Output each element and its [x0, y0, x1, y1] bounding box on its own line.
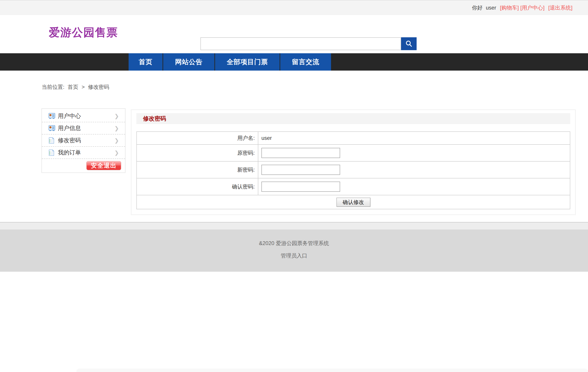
- chevron-right-icon: ❯: [115, 113, 119, 119]
- table-row-new-password: 新密码:: [136, 161, 570, 178]
- search-icon: [405, 40, 413, 48]
- search-input[interactable]: [200, 37, 401, 50]
- breadcrumb: 当前位置: 首页 > 修改密码: [42, 83, 111, 91]
- new-password-input[interactable]: [262, 165, 340, 175]
- user-card-icon: [49, 113, 55, 120]
- sidebar-item-my-orders[interactable]: 我的订单 ❯: [42, 147, 125, 159]
- breadcrumb-separator: >: [82, 84, 85, 90]
- nav-item-messages[interactable]: 留言交流: [280, 53, 331, 71]
- user-card-icon: [49, 125, 55, 132]
- nav-item-home[interactable]: 首页: [129, 53, 163, 71]
- footer: &2020 爱游公园票务管理系统 管理员入口: [0, 230, 588, 272]
- sidebar-item-label: 我的订单: [58, 149, 81, 156]
- chevron-right-icon: ❯: [115, 137, 119, 144]
- bottom-edge-artifact: [76, 369, 588, 372]
- topbar: 你好 user [购物车] [用户中心] [退出系统]: [0, 0, 588, 15]
- new-password-label: 新密码:: [136, 161, 258, 178]
- old-password-label: 原密码:: [136, 144, 258, 161]
- sidebar-logout-row: 安全退出: [42, 159, 125, 172]
- confirm-change-button[interactable]: 确认修改: [336, 198, 370, 207]
- sidebar-item-label: 修改密码: [58, 136, 81, 144]
- table-row-submit: 确认修改: [136, 195, 570, 209]
- panel-title: 修改密码: [143, 115, 166, 122]
- change-password-form: 用户名: user 原密码: 新密码: 确认密码: 确认修改: [136, 131, 570, 209]
- admin-entrance-link[interactable]: 管理员入口: [281, 252, 307, 259]
- username-label: 用户名:: [136, 132, 258, 144]
- main-nav: 首页 网站公告 全部项目门票 留言交流: [0, 53, 588, 71]
- greeting-text: 你好: [472, 5, 483, 11]
- header: 爱游公园售票: [0, 15, 588, 53]
- nav-item-all-tickets[interactable]: 全部项目门票: [215, 53, 280, 71]
- cart-link[interactable]: [购物车]: [500, 5, 519, 11]
- old-password-input[interactable]: [262, 148, 340, 158]
- chevron-right-icon: ❯: [115, 150, 119, 156]
- confirm-password-input[interactable]: [262, 182, 340, 192]
- panel-title-bar: 修改密码: [136, 113, 570, 124]
- confirm-password-label: 确认密码:: [136, 178, 258, 195]
- footer-band: [0, 223, 588, 230]
- username-value: user: [258, 132, 570, 144]
- table-row-confirm-password: 确认密码:: [136, 178, 570, 195]
- sidebar-item-label: 用户信息: [58, 124, 81, 132]
- site-logo: 爱游公园售票: [49, 26, 118, 39]
- page: 你好 user [购物车] [用户中心] [退出系统] 爱游公园售票 首页 网站…: [0, 0, 588, 372]
- content-area: 当前位置: 首页 > 修改密码: [0, 71, 588, 222]
- user-center-link[interactable]: [用户中心]: [520, 5, 545, 11]
- sidebar-item-change-password[interactable]: 修改密码 ❯: [42, 134, 125, 147]
- safe-logout-button[interactable]: 安全退出: [86, 161, 121, 170]
- copyright-text: &2020 爱游公园票务管理系统: [0, 230, 588, 247]
- document-icon: [49, 137, 55, 144]
- chevron-right-icon: ❯: [115, 125, 119, 131]
- sidebar-item-label: 用户中心: [58, 112, 81, 120]
- breadcrumb-current: 修改密码: [88, 84, 109, 90]
- change-password-panel: 修改密码 用户名: user 原密码: 新密码: 确认密码:: [131, 109, 576, 215]
- table-row-username: 用户名: user: [136, 132, 570, 144]
- search-bar: [200, 37, 417, 50]
- breadcrumb-prefix: 当前位置:: [42, 84, 64, 90]
- breadcrumb-home-link[interactable]: 首页: [68, 84, 78, 90]
- document-icon: [49, 149, 55, 156]
- sidebar-item-user-info[interactable]: 用户信息 ❯: [42, 122, 125, 134]
- table-row-old-password: 原密码:: [136, 144, 570, 161]
- sidebar-item-user-center[interactable]: 用户中心 ❯: [42, 110, 125, 122]
- sidebar: 用户中心 ❯ 用户信息 ❯: [42, 108, 126, 173]
- nav-item-announcements[interactable]: 网站公告: [163, 53, 214, 71]
- logout-system-link[interactable]: [退出系统]: [548, 5, 572, 11]
- username-text: user: [486, 5, 496, 11]
- search-button[interactable]: [401, 37, 417, 50]
